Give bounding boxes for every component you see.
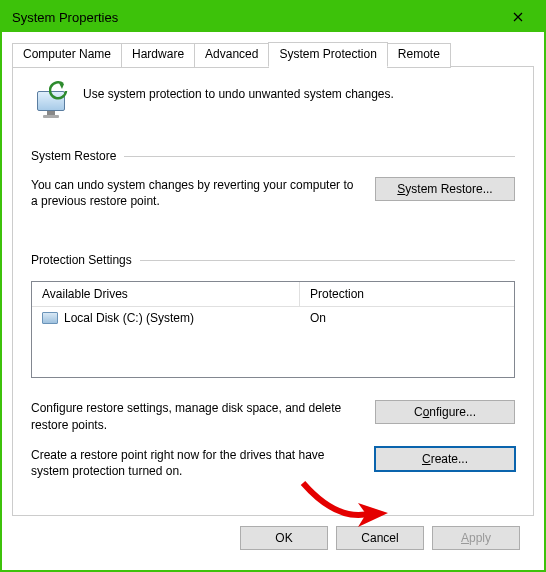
drive-protection-status: On	[300, 307, 514, 329]
dialog-footer: OK Cancel Apply	[12, 516, 534, 562]
window-title: System Properties	[12, 10, 118, 25]
system-restore-row: You can undo system changes by reverting…	[31, 177, 515, 209]
create-desc: Create a restore point right now for the…	[31, 447, 361, 479]
system-restore-desc: You can undo system changes by reverting…	[31, 177, 361, 209]
apply-button: Apply	[432, 526, 520, 550]
tab-remote[interactable]: Remote	[387, 43, 451, 68]
table-body: Local Disk (C:) (System) On	[32, 307, 514, 377]
intro-text: Use system protection to undo unwanted s…	[83, 81, 394, 101]
tab-strip: Computer Name Hardware Advanced System P…	[12, 42, 534, 67]
close-button[interactable]	[496, 3, 540, 31]
divider	[124, 156, 515, 157]
close-icon	[513, 12, 523, 22]
section-heading: System Restore	[31, 149, 124, 163]
column-protection[interactable]: Protection	[300, 282, 514, 307]
intro-row: Use system protection to undo unwanted s…	[31, 81, 515, 121]
drive-name: Local Disk (C:) (System)	[64, 311, 194, 325]
table-header: Available Drives Protection	[32, 282, 514, 307]
configure-row: Configure restore settings, manage disk …	[31, 400, 515, 432]
drive-icon	[42, 312, 58, 324]
drives-table: Available Drives Protection Local Disk (…	[31, 281, 515, 378]
divider	[140, 260, 515, 261]
create-row: Create a restore point right now for the…	[31, 447, 515, 479]
tab-hardware[interactable]: Hardware	[121, 43, 195, 68]
tab-system-protection[interactable]: System Protection	[268, 42, 387, 67]
system-protection-icon	[31, 81, 71, 121]
section-system-restore: System Restore	[31, 149, 515, 163]
system-properties-window: System Properties Computer Name Hardware…	[0, 0, 546, 572]
tab-advanced[interactable]: Advanced	[194, 43, 269, 68]
system-restore-button[interactable]: System Restore...	[375, 177, 515, 201]
create-button[interactable]: Create...	[375, 447, 515, 471]
section-protection-settings: Protection Settings	[31, 253, 515, 267]
tab-computer-name[interactable]: Computer Name	[12, 43, 122, 68]
column-available-drives[interactable]: Available Drives	[32, 282, 300, 307]
titlebar: System Properties	[2, 2, 544, 32]
configure-button[interactable]: Configure...	[375, 400, 515, 424]
table-row[interactable]: Local Disk (C:) (System) On	[32, 307, 514, 329]
configure-desc: Configure restore settings, manage disk …	[31, 400, 361, 432]
section-heading: Protection Settings	[31, 253, 140, 267]
ok-button[interactable]: OK	[240, 526, 328, 550]
cancel-button[interactable]: Cancel	[336, 526, 424, 550]
content-area: Computer Name Hardware Advanced System P…	[2, 32, 544, 570]
tab-panel-system-protection: Use system protection to undo unwanted s…	[12, 66, 534, 516]
